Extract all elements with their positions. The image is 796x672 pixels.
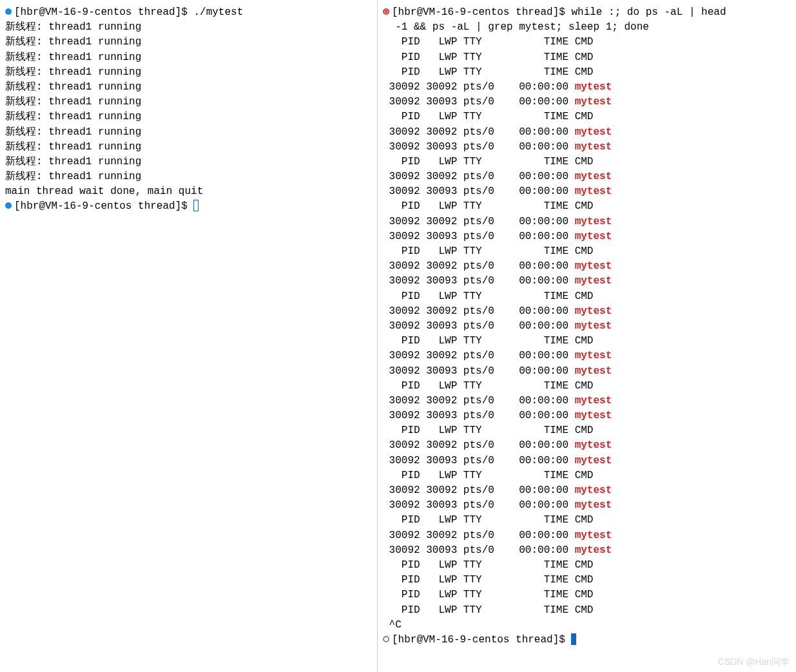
- ps-header: PID LWP TTY TIME CMD: [389, 291, 594, 302]
- ps-header: PID LWP TTY TIME CMD: [389, 66, 594, 78]
- terminal-line: -1 && ps -aL | grep mytest; sleep 1; don…: [383, 20, 793, 35]
- prompt-marker-icon: [5, 8, 12, 15]
- grep-match: mytest: [575, 275, 612, 287]
- terminal-line: 新线程: thread1 running: [5, 65, 374, 80]
- terminal-line: [hbr@VM-16-9-centos thread]$: [5, 199, 374, 214]
- grep-match: mytest: [575, 126, 612, 138]
- output-text: 新线程: thread1 running: [5, 156, 141, 168]
- ps-row: 30092 30093 pts/0 00:00:00: [389, 186, 575, 197]
- terminal-line: 30092 30093 pts/0 00:00:00 mytest: [383, 274, 793, 289]
- terminal-line: PID LWP TTY TIME CMD: [383, 573, 793, 588]
- terminal-line: PID LWP TTY TIME CMD: [383, 110, 793, 124]
- ps-header: PID LWP TTY TIME CMD: [389, 335, 594, 347]
- ps-header: PID LWP TTY TIME CMD: [389, 514, 594, 526]
- grep-match: mytest: [575, 410, 612, 421]
- prompt-marker-icon: [5, 202, 12, 209]
- ps-header: PID LWP TTY TIME CMD: [389, 470, 594, 481]
- terminal-line: 新线程: thread1 running: [5, 50, 374, 65]
- ps-row: 30092 30093 pts/0 00:00:00: [389, 365, 575, 377]
- cursor-icon: [193, 200, 199, 211]
- left-terminal-pane[interactable]: [hbr@VM-16-9-centos thread]$ ./mytest新线程…: [0, 0, 378, 672]
- terminal-line: PID LWP TTY TIME CMD: [383, 155, 793, 169]
- terminal-line: PID LWP TTY TIME CMD: [383, 289, 793, 304]
- grep-match: mytest: [575, 305, 612, 317]
- terminal-line: 新线程: thread1 running: [5, 155, 374, 169]
- ps-row: 30092 30092 pts/0 00:00:00: [389, 530, 575, 541]
- ps-header: PID LWP TTY TIME CMD: [389, 380, 594, 392]
- terminal-line: 新线程: thread1 running: [5, 110, 374, 124]
- terminal-line: 30092 30093 pts/0 00:00:00 mytest: [383, 229, 793, 244]
- grep-match: mytest: [575, 365, 612, 377]
- terminal-line: 30092 30093 pts/0 00:00:00 mytest: [383, 364, 793, 379]
- grep-match: mytest: [575, 81, 612, 93]
- grep-match: mytest: [575, 455, 612, 466]
- output-text: 新线程: thread1 running: [5, 52, 141, 63]
- terminal-line: [hbr@VM-16-9-centos thread]$ while :; do…: [383, 5, 793, 20]
- ps-row: 30092 30093 pts/0 00:00:00: [389, 275, 575, 287]
- output-text: 新线程: thread1 running: [5, 81, 141, 93]
- terminal-line: PID LWP TTY TIME CMD: [383, 379, 793, 394]
- terminal-line: 30092 30093 pts/0 00:00:00 mytest: [383, 184, 793, 199]
- shell-prompt: [hbr@VM-16-9-centos thread]$: [14, 200, 193, 212]
- grep-match: mytest: [575, 96, 612, 108]
- ps-row: 30092 30092 pts/0 00:00:00: [389, 126, 575, 138]
- ps-row: 30092 30092 pts/0 00:00:00: [389, 81, 575, 93]
- ps-row: 30092 30093 pts/0 00:00:00: [389, 231, 575, 242]
- output-text: 新线程: thread1 running: [5, 66, 141, 78]
- ps-row: 30092 30093 pts/0 00:00:00: [389, 320, 575, 332]
- terminal-line: 30092 30092 pts/0 00:00:00 mytest: [383, 528, 793, 543]
- terminal-line: 新线程: thread1 running: [5, 20, 374, 35]
- terminal-line: main thread wait done, main quit: [5, 184, 374, 199]
- terminal-line: 新线程: thread1 running: [5, 35, 374, 50]
- terminal-line: ^C: [383, 618, 793, 633]
- terminal-line: 30092 30093 pts/0 00:00:00 mytest: [383, 408, 793, 423]
- grep-match: mytest: [575, 395, 612, 407]
- output-text: 新线程: thread1 running: [5, 111, 141, 122]
- ps-row: 30092 30092 pts/0 00:00:00: [389, 395, 575, 407]
- output-text: 新线程: thread1 running: [5, 141, 141, 153]
- ps-row: 30092 30092 pts/0 00:00:00: [389, 305, 575, 317]
- interrupt-text: ^C: [389, 619, 402, 631]
- ps-header: PID LWP TTY TIME CMD: [389, 156, 594, 168]
- output-text: main thread wait done, main quit: [5, 186, 203, 197]
- ps-row: 30092 30093 pts/0 00:00:00: [389, 96, 575, 108]
- output-text: 新线程: thread1 running: [5, 126, 141, 138]
- terminal-line: 30092 30092 pts/0 00:00:00 mytest: [383, 394, 793, 408]
- terminal-line: PID LWP TTY TIME CMD: [383, 199, 793, 214]
- terminal-line: PID LWP TTY TIME CMD: [383, 588, 793, 602]
- shell-prompt: [hbr@VM-16-9-centos thread]$: [392, 6, 571, 18]
- right-terminal-pane[interactable]: [hbr@VM-16-9-centos thread]$ while :; do…: [378, 0, 796, 672]
- ps-header: PID LWP TTY TIME CMD: [389, 245, 594, 257]
- terminal-line: 30092 30092 pts/0 00:00:00 mytest: [383, 438, 793, 453]
- grep-match: mytest: [575, 141, 612, 153]
- terminal-line: PID LWP TTY TIME CMD: [383, 423, 793, 438]
- grep-match: mytest: [575, 216, 612, 227]
- terminal-line: 新线程: thread1 running: [5, 95, 374, 110]
- ps-row: 30092 30093 pts/0 00:00:00: [389, 455, 575, 466]
- watermark-text: CSDN @Han同学: [718, 655, 790, 668]
- terminal-line: PID LWP TTY TIME CMD: [383, 513, 793, 528]
- grep-match: mytest: [575, 350, 612, 361]
- grep-match: mytest: [575, 485, 612, 496]
- command-text: while :; do ps -aL | head: [571, 6, 726, 18]
- ps-header: PID LWP TTY TIME CMD: [389, 36, 594, 48]
- ps-header: PID LWP TTY TIME CMD: [389, 200, 594, 212]
- terminal-line: 30092 30093 pts/0 00:00:00 mytest: [383, 319, 793, 334]
- ps-row: 30092 30093 pts/0 00:00:00: [389, 544, 575, 556]
- terminal-line: 新线程: thread1 running: [5, 140, 374, 155]
- ps-row: 30092 30092 pts/0 00:00:00: [389, 171, 575, 182]
- ps-row: 30092 30093 pts/0 00:00:00: [389, 499, 575, 511]
- terminal-line: 30092 30093 pts/0 00:00:00 mytest: [383, 454, 793, 468]
- terminal-line: 新线程: thread1 running: [5, 125, 374, 140]
- ps-row: 30092 30092 pts/0 00:00:00: [389, 439, 575, 451]
- command-text: -1 && ps -aL | grep mytest; sleep 1; don…: [389, 21, 649, 33]
- shell-prompt: [hbr@VM-16-9-centos thread]$: [392, 634, 571, 646]
- grep-match: mytest: [575, 186, 612, 197]
- terminal-line: 30092 30092 pts/0 00:00:00 mytest: [383, 259, 793, 274]
- command-text: ./mytest: [193, 6, 243, 18]
- ps-header: PID LWP TTY TIME CMD: [389, 604, 594, 616]
- terminal-line: 30092 30092 pts/0 00:00:00 mytest: [383, 483, 793, 498]
- shell-prompt: [hbr@VM-16-9-centos thread]$: [14, 6, 193, 18]
- terminal-line: 30092 30092 pts/0 00:00:00 mytest: [383, 349, 793, 363]
- grep-match: mytest: [575, 320, 612, 332]
